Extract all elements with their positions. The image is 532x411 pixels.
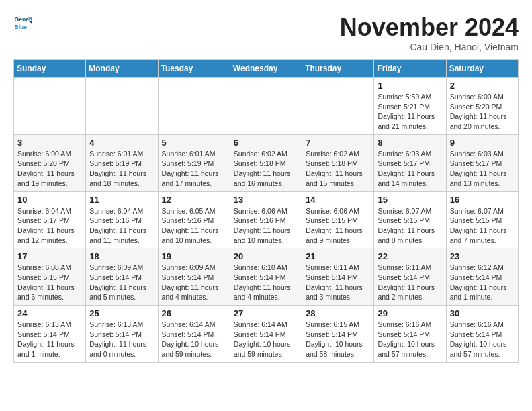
day-info: Sunrise: 6:07 AM Sunset: 5:15 PM Dayligh… xyxy=(378,206,442,246)
weekday-header-sunday: Sunday xyxy=(14,60,86,78)
day-number: 4 xyxy=(89,138,154,148)
day-number: 23 xyxy=(450,251,515,261)
day-cell: 12Sunrise: 6:05 AM Sunset: 5:16 PM Dayli… xyxy=(158,191,230,248)
day-cell: 7Sunrise: 6:02 AM Sunset: 5:18 PM Daylig… xyxy=(302,134,374,191)
day-number: 7 xyxy=(306,138,370,148)
day-cell: 19Sunrise: 6:09 AM Sunset: 5:14 PM Dayli… xyxy=(158,248,230,306)
weekday-header-thursday: Thursday xyxy=(302,60,374,78)
day-number: 8 xyxy=(378,138,442,148)
day-cell: 18Sunrise: 6:09 AM Sunset: 5:14 PM Dayli… xyxy=(86,248,158,306)
day-cell: 23Sunrise: 6:12 AM Sunset: 5:14 PM Dayli… xyxy=(446,248,518,306)
month-title: November 2024 xyxy=(340,13,519,42)
day-number: 11 xyxy=(89,195,154,205)
day-info: Sunrise: 6:09 AM Sunset: 5:14 PM Dayligh… xyxy=(162,263,226,302)
day-cell: 22Sunrise: 6:11 AM Sunset: 5:14 PM Dayli… xyxy=(374,248,446,306)
day-info: Sunrise: 6:14 AM Sunset: 5:14 PM Dayligh… xyxy=(234,320,298,359)
day-cell: 21Sunrise: 6:11 AM Sunset: 5:14 PM Dayli… xyxy=(302,248,374,306)
day-number: 17 xyxy=(17,251,82,261)
day-number: 1 xyxy=(378,81,442,91)
day-cell xyxy=(86,78,158,135)
calendar: SundayMondayTuesdayWednesdayThursdayFrid… xyxy=(13,59,519,363)
day-info: Sunrise: 6:12 AM Sunset: 5:14 PM Dayligh… xyxy=(450,263,515,302)
day-number: 15 xyxy=(378,195,442,205)
day-number: 14 xyxy=(306,195,370,205)
day-info: Sunrise: 6:04 AM Sunset: 5:16 PM Dayligh… xyxy=(89,206,154,246)
day-cell: 15Sunrise: 6:07 AM Sunset: 5:15 PM Dayli… xyxy=(374,191,446,248)
week-row-5: 24Sunrise: 6:13 AM Sunset: 5:14 PM Dayli… xyxy=(14,306,519,363)
day-info: Sunrise: 6:11 AM Sunset: 5:14 PM Dayligh… xyxy=(378,263,442,302)
day-number: 30 xyxy=(450,308,515,318)
day-info: Sunrise: 6:02 AM Sunset: 5:18 PM Dayligh… xyxy=(306,149,370,189)
day-cell: 11Sunrise: 6:04 AM Sunset: 5:16 PM Dayli… xyxy=(86,191,158,248)
svg-text:Blue: Blue xyxy=(15,24,28,30)
day-number: 25 xyxy=(89,308,154,318)
day-number: 12 xyxy=(162,195,226,205)
weekday-header-monday: Monday xyxy=(86,60,158,78)
day-info: Sunrise: 6:16 AM Sunset: 5:14 PM Dayligh… xyxy=(450,320,515,359)
day-info: Sunrise: 6:03 AM Sunset: 5:17 PM Dayligh… xyxy=(450,149,515,189)
day-cell: 13Sunrise: 6:06 AM Sunset: 5:16 PM Dayli… xyxy=(230,191,302,248)
week-row-3: 10Sunrise: 6:04 AM Sunset: 5:17 PM Dayli… xyxy=(14,191,519,248)
day-cell: 25Sunrise: 6:13 AM Sunset: 5:14 PM Dayli… xyxy=(86,306,158,363)
day-cell: 1Sunrise: 5:59 AM Sunset: 5:21 PM Daylig… xyxy=(374,78,446,135)
title-area: November 2024 Cau Dien, Hanoi, Vietnam xyxy=(340,13,519,52)
day-cell: 5Sunrise: 6:01 AM Sunset: 5:19 PM Daylig… xyxy=(158,134,230,191)
weekday-header-wednesday: Wednesday xyxy=(230,60,302,78)
day-cell: 17Sunrise: 6:08 AM Sunset: 5:15 PM Dayli… xyxy=(14,248,86,306)
day-number: 29 xyxy=(378,308,442,318)
day-number: 10 xyxy=(17,195,82,205)
weekday-header-saturday: Saturday xyxy=(446,60,518,78)
logo: General Blue xyxy=(13,13,32,32)
day-number: 26 xyxy=(162,308,226,318)
day-info: Sunrise: 6:15 AM Sunset: 5:14 PM Dayligh… xyxy=(306,320,370,359)
day-number: 9 xyxy=(450,138,515,148)
day-cell: 30Sunrise: 6:16 AM Sunset: 5:14 PM Dayli… xyxy=(446,306,518,363)
week-row-2: 3Sunrise: 6:00 AM Sunset: 5:20 PM Daylig… xyxy=(14,134,519,191)
day-info: Sunrise: 5:59 AM Sunset: 5:21 PM Dayligh… xyxy=(378,92,442,132)
day-info: Sunrise: 6:13 AM Sunset: 5:14 PM Dayligh… xyxy=(17,320,82,359)
day-number: 16 xyxy=(450,195,515,205)
day-info: Sunrise: 6:05 AM Sunset: 5:16 PM Dayligh… xyxy=(162,206,226,246)
weekday-header-friday: Friday xyxy=(374,60,446,78)
day-cell: 10Sunrise: 6:04 AM Sunset: 5:17 PM Dayli… xyxy=(14,191,86,248)
location: Cau Dien, Hanoi, Vietnam xyxy=(340,42,519,52)
day-info: Sunrise: 6:16 AM Sunset: 5:14 PM Dayligh… xyxy=(378,320,442,359)
day-number: 20 xyxy=(234,251,298,261)
day-cell xyxy=(230,78,302,135)
day-number: 27 xyxy=(234,308,298,318)
day-number: 6 xyxy=(234,138,298,148)
svg-text:General: General xyxy=(15,16,32,23)
week-row-4: 17Sunrise: 6:08 AM Sunset: 5:15 PM Dayli… xyxy=(14,248,519,306)
day-info: Sunrise: 6:01 AM Sunset: 5:19 PM Dayligh… xyxy=(89,149,154,189)
day-number: 21 xyxy=(306,251,370,261)
day-cell: 26Sunrise: 6:14 AM Sunset: 5:14 PM Dayli… xyxy=(158,306,230,363)
day-cell xyxy=(302,78,374,135)
day-cell: 9Sunrise: 6:03 AM Sunset: 5:17 PM Daylig… xyxy=(446,134,518,191)
day-info: Sunrise: 6:06 AM Sunset: 5:15 PM Dayligh… xyxy=(306,206,370,246)
day-number: 28 xyxy=(306,308,370,318)
day-cell: 20Sunrise: 6:10 AM Sunset: 5:14 PM Dayli… xyxy=(230,248,302,306)
day-info: Sunrise: 6:08 AM Sunset: 5:15 PM Dayligh… xyxy=(17,263,82,302)
day-cell: 2Sunrise: 6:00 AM Sunset: 5:20 PM Daylig… xyxy=(446,78,518,135)
day-cell: 6Sunrise: 6:02 AM Sunset: 5:18 PM Daylig… xyxy=(230,134,302,191)
day-cell: 27Sunrise: 6:14 AM Sunset: 5:14 PM Dayli… xyxy=(230,306,302,363)
day-cell: 29Sunrise: 6:16 AM Sunset: 5:14 PM Dayli… xyxy=(374,306,446,363)
day-cell: 16Sunrise: 6:07 AM Sunset: 5:15 PM Dayli… xyxy=(446,191,518,248)
day-info: Sunrise: 6:13 AM Sunset: 5:14 PM Dayligh… xyxy=(89,320,154,359)
day-cell xyxy=(14,78,86,135)
day-cell: 28Sunrise: 6:15 AM Sunset: 5:14 PM Dayli… xyxy=(302,306,374,363)
day-info: Sunrise: 6:10 AM Sunset: 5:14 PM Dayligh… xyxy=(234,263,298,302)
week-row-1: 1Sunrise: 5:59 AM Sunset: 5:21 PM Daylig… xyxy=(14,78,519,135)
day-number: 24 xyxy=(17,308,82,318)
day-info: Sunrise: 6:00 AM Sunset: 5:20 PM Dayligh… xyxy=(17,149,82,189)
day-info: Sunrise: 6:01 AM Sunset: 5:19 PM Dayligh… xyxy=(162,149,226,189)
day-number: 2 xyxy=(450,81,515,91)
day-cell: 4Sunrise: 6:01 AM Sunset: 5:19 PM Daylig… xyxy=(86,134,158,191)
day-cell: 24Sunrise: 6:13 AM Sunset: 5:14 PM Dayli… xyxy=(14,306,86,363)
weekday-header-row: SundayMondayTuesdayWednesdayThursdayFrid… xyxy=(14,60,519,78)
logo-icon: General Blue xyxy=(13,13,32,32)
day-number: 19 xyxy=(162,251,226,261)
day-number: 3 xyxy=(17,138,82,148)
day-info: Sunrise: 6:14 AM Sunset: 5:14 PM Dayligh… xyxy=(162,320,226,359)
day-info: Sunrise: 6:06 AM Sunset: 5:16 PM Dayligh… xyxy=(234,206,298,246)
